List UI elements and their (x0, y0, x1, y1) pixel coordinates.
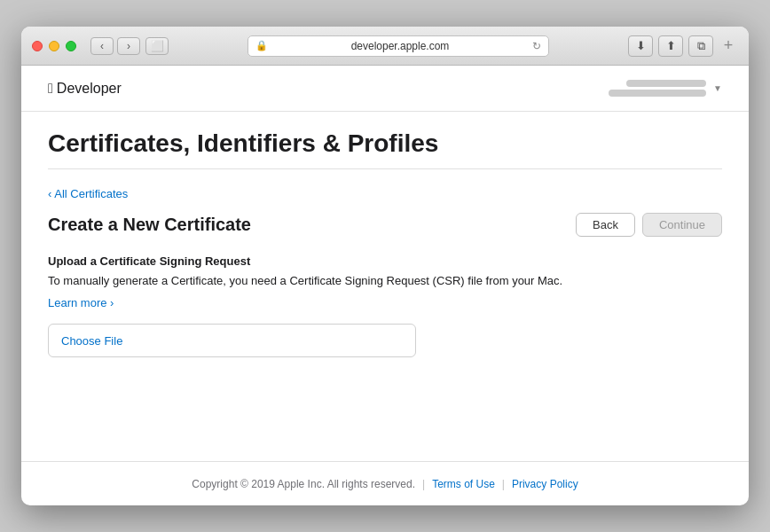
developer-label: Developer (57, 81, 122, 97)
chevron-left-icon: ‹ (100, 40, 104, 52)
sidebar-toggle-button[interactable]: ⬜ (145, 37, 169, 55)
upload-section: Upload a Certificate Signing Request To … (48, 254, 722, 357)
section-actions: Back Continue (576, 213, 722, 237)
maximize-button[interactable] (66, 41, 76, 51)
terms-of-use-link[interactable]: Terms of Use (432, 478, 495, 490)
chevron-right-icon: › (127, 40, 130, 52)
breadcrumb-link[interactable]: ‹ All Certificates (48, 187, 722, 200)
section-header: Create a New Certificate Back Continue (48, 213, 722, 237)
footer-separator-2: | (502, 478, 505, 490)
sidebar-icon: ⬜ (151, 40, 164, 52)
footer-copyright: Copyright © 2019 Apple Inc. All rights r… (192, 478, 415, 490)
new-tab-button[interactable]: + (719, 36, 738, 56)
forward-nav-button[interactable]: › (117, 37, 140, 55)
back-button[interactable]: Back (576, 213, 635, 237)
page-title: Certificates, Identifiers & Profiles (48, 129, 722, 158)
footer: Copyright © 2019 Apple Inc. All rights r… (21, 461, 749, 505)
minimize-button[interactable] (49, 41, 59, 51)
footer-separator-1: | (422, 478, 425, 490)
share-icon: ⬆ (666, 39, 676, 52)
upload-description: To manually generate a Certificate, you … (48, 273, 722, 289)
user-dropdown-icon[interactable]: ▼ (713, 83, 722, 93)
toolbar-right: ⬇ ⬆ ⧉ + (628, 35, 738, 57)
page-content:  Developer ▼ Certificates, Identifiers … (21, 66, 749, 505)
lock-icon: 🔒 (255, 40, 268, 51)
title-divider (48, 168, 722, 169)
download-icon: ⬇ (636, 39, 646, 52)
user-area: ▼ (609, 80, 722, 97)
back-nav-button[interactable]: ‹ (90, 37, 114, 55)
plus-icon: + (724, 36, 734, 55)
nav-buttons: ‹ › (90, 37, 140, 55)
user-email (609, 90, 706, 97)
user-name (626, 80, 706, 87)
address-bar[interactable]: 🔒 developer.apple.com ↻ (248, 35, 549, 57)
main-content: Certificates, Identifiers & Profiles ‹ A… (21, 112, 749, 461)
choose-file-label: Choose File (61, 334, 122, 348)
tabs-button[interactable]: ⧉ (688, 35, 713, 57)
traffic-lights (32, 41, 76, 51)
choose-file-button[interactable]: Choose File (48, 324, 416, 357)
tabs-icon: ⧉ (697, 39, 705, 53)
titlebar: ‹ › ⬜ 🔒 developer.apple.com ↻ ⬇ ⬆ (21, 27, 749, 66)
user-info (609, 80, 706, 97)
close-button[interactable] (32, 41, 43, 51)
browser-window: ‹ › ⬜ 🔒 developer.apple.com ↻ ⬇ ⬆ (21, 27, 749, 505)
upload-title: Upload a Certificate Signing Request (48, 254, 722, 268)
reload-icon[interactable]: ↻ (532, 40, 541, 52)
top-nav:  Developer ▼ (21, 66, 749, 112)
download-button[interactable]: ⬇ (628, 35, 653, 57)
section-title: Create a New Certificate (48, 215, 251, 235)
share-button[interactable]: ⬆ (658, 35, 683, 57)
learn-more-link[interactable]: Learn more › (48, 296, 114, 309)
privacy-policy-link[interactable]: Privacy Policy (512, 478, 578, 490)
url-text: developer.apple.com (272, 40, 528, 52)
address-bar-container: 🔒 developer.apple.com ↻ (169, 35, 628, 57)
apple-logo:  (48, 81, 53, 97)
continue-button[interactable]: Continue (642, 213, 722, 237)
